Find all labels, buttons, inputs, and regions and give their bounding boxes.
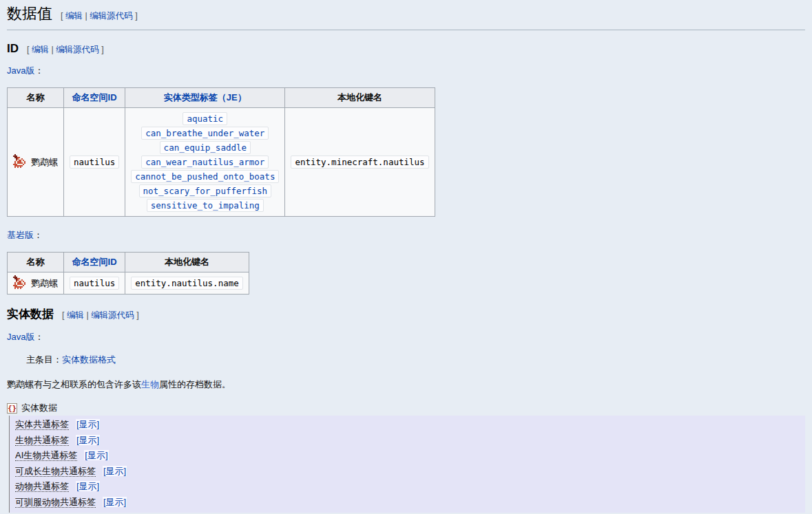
java-edition-line: Java版： [7, 331, 805, 343]
tree-item: AI生物共通标签[显示] [15, 448, 805, 464]
localization-key-cell: entity.nautilus.name [125, 272, 249, 295]
entity-tag-link[interactable]: can_wear_nautilus_armor [145, 157, 264, 167]
show-toggle[interactable]: [显示] [76, 435, 100, 445]
edit-source-link[interactable]: 编辑源代码 [90, 11, 133, 21]
entity-tag-link[interactable]: cannot_be_pushed_onto_boats [135, 171, 275, 182]
tree-item-label: 可驯服动物共通标签 [15, 497, 96, 508]
column-header-namespace-id: 命名空间ID [64, 88, 125, 108]
mob-link[interactable]: 生物 [141, 379, 159, 389]
show-toggle[interactable]: [显示] [76, 481, 100, 491]
entity-type-tags-cell: aquatic can_breathe_under_water can_equi… [125, 108, 285, 217]
tree-item: 实体共通标签[显示] [15, 417, 805, 433]
namespace-id-cell: nautilus [64, 108, 125, 217]
treeview-root: {} 实体数据 [7, 402, 805, 414]
article-content: 数据值[ 编辑 | 编辑源代码 ] ID[ 编辑 | 编辑源代码 ] Java版… [0, 0, 812, 513]
java-edition-link[interactable]: Java版 [7, 65, 34, 76]
section-heading-entity-data: 实体数据[ 编辑 | 编辑源代码 ] [7, 306, 805, 322]
name-cell: 鹦鹉螺 [8, 272, 64, 295]
tree-item-label: 生物共通标签 [15, 435, 69, 446]
edit-section: [ 编辑 | 编辑源代码 ] [61, 11, 138, 21]
column-header-name: 名称 [8, 88, 64, 108]
tree-item-label: 实体共通标签 [15, 419, 69, 430]
entity-tag-link[interactable]: can_equip_saddle [164, 142, 247, 153]
main-article-line: 主条目：实体数据格式 [26, 354, 805, 366]
heading-text: 实体数据 [7, 308, 54, 321]
namespace-id-cell: nautilus [64, 272, 125, 295]
nbt-compound-icon: {} [7, 403, 17, 414]
tree-item: 可驯服动物共通标签[显示] [15, 495, 805, 511]
edit-link[interactable]: 编辑 [67, 310, 84, 320]
entity-tag-link[interactable]: aquatic [187, 114, 223, 124]
column-header-localization-key: 本地化键名 [125, 253, 249, 272]
tree-item: 动物共通标签[显示] [15, 479, 805, 495]
tree-item-label: 可成长生物共通标签 [15, 466, 96, 477]
localization-key-value: entity.minecraft.nautilus [291, 156, 428, 169]
show-toggle[interactable]: [显示] [103, 497, 127, 507]
nautilus-icon [13, 275, 28, 291]
column-header-name: 名称 [8, 253, 64, 272]
edit-section: [ 编辑 | 编辑源代码 ] [62, 310, 139, 320]
localization-key-cell: entity.minecraft.nautilus [285, 108, 435, 217]
table-header-row: 名称 命名空间ID 本地化键名 [8, 253, 249, 272]
name-cell: 鹦鹉螺 [8, 108, 64, 217]
namespace-id-value: nautilus [70, 156, 119, 169]
bedrock-edition-link[interactable]: 基岩版 [7, 230, 34, 240]
table-row: 鹦鹉螺 nautilus aquatic can_breathe_under_w… [8, 108, 435, 217]
namespace-id-value: nautilus [70, 277, 119, 290]
edit-source-link[interactable]: 编辑源代码 [91, 310, 134, 320]
tree-item-label: 动物共通标签 [15, 481, 69, 492]
entity-data-paragraph: 鹦鹉螺有与之相联系的包含许多该生物属性的存档数据。 [7, 378, 805, 391]
section-heading-data-values: 数据值[ 编辑 | 编辑源代码 ] [7, 0, 805, 30]
entity-tag-link[interactable]: not_scary_for_pufferfish [143, 186, 268, 196]
edit-source-link[interactable]: 编辑源代码 [56, 45, 99, 54]
edit-link[interactable]: 编辑 [65, 11, 83, 21]
nautilus-icon [13, 154, 28, 170]
column-header-localization-key: 本地化键名 [285, 88, 435, 108]
mob-name-label: 鹦鹉螺 [31, 277, 58, 290]
edit-section: [ 编辑 | 编辑源代码 ] [27, 45, 104, 54]
bedrock-edition-line: 基岩版： [7, 229, 805, 242]
entity-tag-link[interactable]: can_breathe_under_water [145, 128, 264, 138]
table-header-row: 名称 命名空间ID 实体类型标签（JE） 本地化键名 [8, 88, 435, 108]
show-toggle[interactable]: [显示] [84, 450, 108, 460]
heading-text: 数据值 [7, 5, 52, 22]
column-header-namespace-id: 命名空间ID [64, 253, 125, 272]
table-row: 鹦鹉螺 nautilus entity.nautilus.name [8, 272, 249, 295]
show-toggle[interactable]: [显示] [76, 419, 100, 429]
entity-tag-link[interactable]: sensitive_to_impaling [151, 200, 260, 211]
java-edition-link[interactable]: Java版 [7, 332, 34, 342]
treeview-list: 实体共通标签[显示] 生物共通标签[显示] AI生物共通标签[显示] 可成长生物… [9, 416, 805, 513]
bedrock-id-table: 名称 命名空间ID 本地化键名 [7, 252, 249, 295]
java-id-table: 名称 命名空间ID 实体类型标签（JE） 本地化键名 [7, 87, 435, 217]
tree-item-label: AI生物共通标签 [15, 450, 77, 461]
treeview-root-label: 实体数据 [21, 402, 57, 414]
column-header-entity-type-tags: 实体类型标签（JE） [125, 88, 285, 108]
section-heading-id: ID[ 编辑 | 编辑源代码 ] [7, 42, 805, 56]
localization-key-value: entity.nautilus.name [131, 277, 243, 290]
tree-item: 可成长生物共通标签[显示] [15, 464, 805, 480]
heading-text: ID [7, 42, 19, 55]
edit-link[interactable]: 编辑 [32, 45, 49, 54]
show-toggle[interactable]: [显示] [103, 466, 127, 476]
tree-item: 生物共通标签[显示] [15, 433, 805, 449]
mob-name-label: 鹦鹉螺 [31, 156, 58, 169]
java-edition-line: Java版： [7, 65, 805, 77]
main-article-link[interactable]: 实体数据格式 [62, 354, 116, 365]
